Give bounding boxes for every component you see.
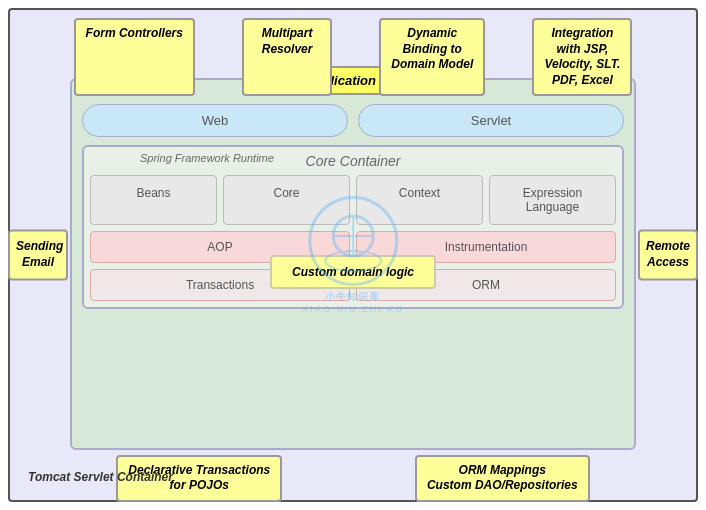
aop-label: AOP: [207, 240, 232, 254]
form-controllers-box: Form Controllers: [74, 18, 195, 96]
multipart-resolver-label: MultipartResolver: [262, 26, 313, 56]
expression-language-label: ExpressionLanguage: [523, 186, 582, 214]
spring-label: Spring Framework Runtime: [140, 152, 274, 164]
integration-box: Integrationwith JSP,Velocity, SLT.PDF, E…: [532, 18, 632, 96]
dynamic-binding-box: DynamicBinding toDomain Model: [379, 18, 485, 96]
remote-access-box: RemoteAccess: [638, 229, 698, 280]
outer-frame: Form Controllers MultipartResolver Dynam…: [8, 8, 698, 502]
remote-access-label: RemoteAccess: [646, 239, 690, 269]
core-box: Core: [223, 175, 350, 225]
spring-runtime-box: Spring Framework Runtime WebApplication …: [70, 78, 636, 450]
transactions-label: Transactions: [186, 278, 254, 292]
form-controllers-label: Form Controllers: [86, 26, 183, 40]
beans-box: Beans: [90, 175, 217, 225]
dynamic-binding-label: DynamicBinding toDomain Model: [391, 26, 473, 71]
custom-domain-label: Custom domain logic: [292, 265, 414, 279]
orm-mappings-box: ORM MappingsCustom DAO/Repositories: [415, 455, 590, 502]
custom-domain-box: Custom domain logic: [270, 255, 436, 289]
integration-label: Integrationwith JSP,Velocity, SLT.PDF, E…: [544, 26, 620, 87]
orm-mappings-label: ORM MappingsCustom DAO/Repositories: [427, 463, 578, 493]
context-box: Context: [356, 175, 483, 225]
top-boxes-row: Form Controllers MultipartResolver Dynam…: [40, 8, 666, 96]
sending-email-label: SendingEmail: [16, 239, 63, 269]
sending-email-box: SendingEmail: [8, 229, 68, 280]
core-container-box: Core Container Beans Core Context Expres…: [82, 145, 624, 309]
instrumentation-label: Instrumentation: [445, 240, 528, 254]
web-servlet-row: Web Servlet: [82, 104, 624, 137]
servlet-box: Servlet: [358, 104, 624, 137]
orm-label: ORM: [472, 278, 500, 292]
web-box: Web: [82, 104, 348, 137]
context-label: Context: [399, 186, 440, 200]
beans-label: Beans: [136, 186, 170, 200]
expression-language-box: ExpressionLanguage: [489, 175, 616, 225]
multipart-resolver-box: MultipartResolver: [242, 18, 332, 96]
inner-boxes-row: Beans Core Context ExpressionLanguage: [90, 175, 616, 225]
tomcat-label: Tomcat Servlet Container: [28, 470, 173, 484]
core-label: Core: [273, 186, 299, 200]
